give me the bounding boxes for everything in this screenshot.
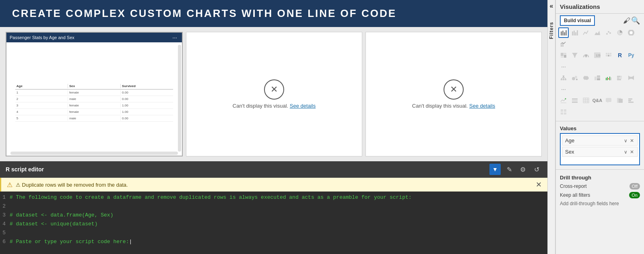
add-field-label: Add drill-through fields here (560, 201, 640, 206)
svg-rect-1 (562, 31, 564, 35)
viz-decomp[interactable] (558, 73, 569, 83)
viz-paginated[interactable] (615, 95, 625, 106)
viz-ribbon[interactable] (626, 73, 636, 83)
settings-btn[interactable]: ⚙ (518, 164, 528, 175)
svg-rect-68 (628, 98, 632, 100)
viz-waterfall[interactable] (603, 73, 614, 83)
viz-stacked-bar[interactable] (558, 27, 569, 38)
svg-point-10 (608, 31, 609, 33)
svg-rect-34 (565, 79, 566, 80)
svg-rect-41 (594, 77, 597, 80)
svg-rect-3 (566, 30, 567, 35)
collapse-btn[interactable]: ▼ (489, 164, 501, 175)
svg-rect-17 (561, 53, 564, 56)
cross-report-toggle[interactable]: Off (630, 183, 640, 189)
svg-rect-32 (561, 79, 562, 80)
r-script-editor: R script editor ▼ ✎ ⚙ ↺ ⚠ ⚠ Duplicate ro… (0, 161, 547, 254)
see-details-link-2[interactable]: See details (290, 103, 316, 109)
svg-rect-42 (597, 75, 600, 78)
header-banner: CREATE COMPLEX CUSTOM CHARTS WITH ONE LI… (0, 0, 547, 27)
viz-qna[interactable]: Q&A (592, 95, 603, 106)
refresh-btn[interactable]: ↺ (531, 164, 542, 175)
svg-point-11 (609, 32, 611, 34)
visuals-row: Passenger Stats by Age and Sex ··· Age S… (0, 27, 547, 161)
viz-pie[interactable] (615, 27, 625, 38)
viz-py[interactable]: Py (626, 50, 636, 60)
code-text-4: # dataset <- unique(dataset) (10, 221, 97, 227)
viz-area-chart[interactable] (592, 27, 603, 38)
visual-error-3: ✕ Can't display this visual. See details (412, 79, 495, 109)
build-visual-btn[interactable]: Build visual (560, 15, 595, 26)
viz-more-3[interactable] (558, 106, 569, 117)
viz-line-chart[interactable] (581, 27, 591, 38)
field-chevron-sex[interactable]: ∨ (623, 149, 628, 155)
viz-hbar[interactable] (626, 95, 636, 106)
viz-scatter[interactable] (603, 27, 614, 38)
viz-smart-narr[interactable] (603, 95, 614, 106)
svg-point-38 (572, 77, 575, 80)
svg-rect-45 (607, 77, 608, 80)
svg-rect-29 (608, 55, 609, 56)
viz-bubble[interactable] (570, 73, 580, 83)
warning-text: ⚠ ⚠ Duplicate rows will be removed from … (7, 181, 128, 189)
edit-script-btn[interactable]: ✎ (504, 164, 514, 175)
cross-report-row: Cross-report Off (560, 183, 640, 189)
see-details-link-3[interactable]: See details (469, 103, 495, 109)
format-visual-btn[interactable]: 🖌 (623, 16, 630, 25)
svg-rect-0 (561, 31, 562, 35)
filters-tab[interactable]: Filters (549, 22, 554, 39)
viz-slicer[interactable] (570, 95, 580, 106)
r-code-area[interactable]: 1 # The following code to create a dataf… (0, 192, 547, 254)
error-circle-2: ✕ (264, 79, 284, 100)
values-label: Values (560, 125, 640, 131)
viz-kpi[interactable] (558, 95, 569, 106)
svg-rect-69 (628, 100, 631, 101)
field-remove-sex[interactable]: ✕ (629, 149, 635, 155)
field-actions-sex: ∨ ✕ (623, 149, 635, 155)
field-chevron-age[interactable]: ∨ (623, 138, 628, 144)
svg-rect-5 (574, 31, 575, 35)
viz-r[interactable]: R (615, 50, 625, 60)
svg-rect-71 (561, 109, 563, 112)
warning-close-btn[interactable]: ✕ (536, 180, 542, 189)
viz-table[interactable] (581, 95, 591, 106)
svg-rect-46 (608, 78, 609, 79)
viz-funnel[interactable] (570, 50, 580, 60)
viz-shape-map[interactable] (592, 73, 603, 83)
viz-treemap[interactable] (558, 50, 569, 60)
viz-hbar-stacked[interactable] (615, 73, 625, 83)
scrollbar-v-1[interactable] (178, 45, 181, 152)
viz-donut[interactable] (626, 27, 636, 38)
svg-rect-26 (608, 53, 609, 54)
viz-bar-chart[interactable] (570, 27, 580, 38)
collapse-panel-btn[interactable]: « (550, 2, 553, 10)
viz-combo[interactable] (558, 39, 569, 49)
code-text-3: # dataset <- data.frame(Age, Sex) (10, 212, 113, 218)
viz-gauge[interactable] (581, 50, 591, 60)
svg-rect-47 (609, 77, 610, 80)
svg-marker-8 (594, 31, 600, 35)
svg-line-37 (564, 77, 566, 79)
viz-more[interactable]: ··· (558, 61, 569, 72)
visual-card-3: ✕ Can't display this visual. See details (365, 32, 542, 156)
viz-more-2[interactable]: ··· (558, 84, 569, 94)
code-line-4: 4 # dataset <- unique(dataset) (0, 221, 547, 229)
field-remove-age[interactable]: ✕ (629, 138, 635, 144)
keep-filters-toggle[interactable]: On (629, 192, 640, 198)
svg-point-40 (576, 79, 578, 80)
code-line-3: 3 # dataset <- data.frame(Age, Sex) (0, 212, 547, 221)
error-text-2: Can't display this visual. See details (233, 103, 316, 109)
visual-menu-btn-1[interactable]: ··· (171, 34, 179, 41)
analytics-btn[interactable]: 🔍 (631, 16, 640, 25)
section-divider-1 (556, 121, 644, 121)
r-editor-title: R script editor (6, 166, 44, 173)
svg-rect-4 (572, 31, 573, 35)
warning-message: ⚠ Duplicate rows will be removed from th… (16, 182, 128, 188)
scrollbar-h-1[interactable] (10, 152, 178, 155)
viz-card[interactable]: 123 (592, 50, 603, 60)
svg-rect-50 (620, 76, 622, 77)
svg-rect-70 (628, 102, 634, 103)
viz-matrix[interactable] (603, 50, 614, 60)
viz-filled-map[interactable] (581, 73, 591, 83)
svg-point-14 (630, 31, 632, 34)
